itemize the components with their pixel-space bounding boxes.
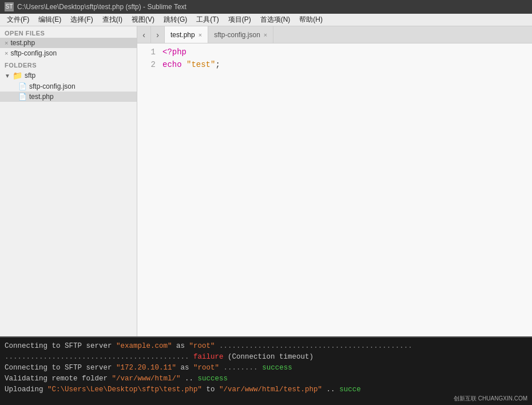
editor: ‹ › test.php × sftp-config.json × 1 2 <?… xyxy=(137,26,532,336)
sidebar: OPEN FILES × test.php × sftp-config.json… xyxy=(0,26,137,336)
tab-prev-btn[interactable]: ‹ xyxy=(137,26,151,43)
menu-item[interactable]: 视图(V) xyxy=(127,14,159,26)
console-line-2: Connecting to SFTP server "172.20.10.11"… xyxy=(5,363,527,374)
menu-item[interactable]: 选择(F) xyxy=(66,14,97,26)
code-line-2: echo "test"; xyxy=(162,58,532,71)
console-part: ........................................… xyxy=(215,342,412,350)
console-part: as xyxy=(176,364,193,372)
code-area: 1 2 <?php echo "test"; xyxy=(137,43,532,336)
watermark: 创新互联 CHUANGXIN.COM xyxy=(454,395,527,403)
console-part: Validating remote folder xyxy=(5,375,112,383)
menu-item[interactable]: 帮助(H) xyxy=(295,14,327,26)
console-line-4: Uploading "C:\Users\Lee\Desktop\sftp\tes… xyxy=(5,384,527,395)
console-line-0: Connecting to SFTP server "example.com" … xyxy=(5,341,527,352)
console-part: to xyxy=(202,386,219,394)
folders-label: FOLDERS xyxy=(0,58,137,70)
console-part: "/var/www/html/test.php" xyxy=(219,386,322,394)
line-numbers: 1 2 xyxy=(137,46,160,334)
title-bar: ST C:\Users\Lee\Desktop\sftp\test.php (s… xyxy=(0,0,532,14)
tab-1-close[interactable]: × xyxy=(264,31,267,38)
close-icon-1[interactable]: × xyxy=(5,50,8,57)
tree-filename-1: test.php xyxy=(29,93,54,101)
console-part: "root" xyxy=(189,342,215,350)
code-lines[interactable]: <?php echo "test"; xyxy=(160,46,532,334)
triangle-icon: ▼ xyxy=(5,73,10,79)
console-part: Connecting to SFTP server xyxy=(5,342,116,350)
sidebar-open-file-1[interactable]: × sftp-config.json xyxy=(0,48,137,58)
open-files-label: OPEN FILES xyxy=(0,26,137,38)
tab-0-label: test.php xyxy=(170,31,195,39)
console-part: succe xyxy=(339,386,361,394)
console-part: failure xyxy=(193,353,224,361)
tab-next-btn[interactable]: › xyxy=(151,26,165,43)
title-text: C:\Users\Lee\Desktop\sftp\test.php (sftp… xyxy=(17,3,186,11)
console-part: "root" xyxy=(193,364,219,372)
console: Connecting to SFTP server "example.com" … xyxy=(0,336,532,405)
file-icon-1: 📄 xyxy=(18,93,27,101)
line-num-2: 2 xyxy=(151,60,156,69)
menu-item[interactable]: 首选项(N) xyxy=(256,14,295,26)
tab-1-label: sftp-config.json xyxy=(214,31,260,39)
code-line-1: <?php xyxy=(162,46,532,58)
menu-item[interactable]: 工具(T) xyxy=(192,14,223,26)
console-part: "/var/www/html/" xyxy=(112,375,181,383)
console-part: Connecting to SFTP server xyxy=(5,364,116,372)
tab-0-close[interactable]: × xyxy=(198,31,202,38)
console-line-1: ........................................… xyxy=(5,352,527,363)
menu-item[interactable]: 文件(F) xyxy=(2,14,34,26)
watermark-text: 创新互联 CHUANGXIN.COM xyxy=(454,395,527,402)
tab-0[interactable]: test.php × xyxy=(165,26,208,43)
sidebar-open-filename-1: sftp-config.json xyxy=(10,49,57,57)
sidebar-open-file-0[interactable]: × test.php xyxy=(0,38,137,48)
console-part: ........ xyxy=(219,364,262,372)
tree-file-1[interactable]: 📄 test.php xyxy=(0,92,137,102)
console-part: success xyxy=(262,364,292,372)
tree-file-0[interactable]: 📄 sftp-config.json xyxy=(0,81,137,92)
line-num-1: 1 xyxy=(151,47,156,57)
main-layout: OPEN FILES × test.php × sftp-config.json… xyxy=(0,26,532,336)
console-part: as xyxy=(172,342,189,350)
tab-bar: ‹ › test.php × sftp-config.json × xyxy=(137,26,532,43)
menu-item[interactable]: 跳转(G) xyxy=(159,14,192,26)
console-part: "C:\Users\Lee\Desktop\sftp\test.php" xyxy=(47,386,202,394)
menu-item[interactable]: 项目(P) xyxy=(224,14,256,26)
menu-item[interactable]: 编辑(E) xyxy=(34,14,66,26)
close-icon-0[interactable]: × xyxy=(5,39,8,46)
console-part: ........................................… xyxy=(5,353,193,361)
console-part: Uploading xyxy=(5,386,47,394)
tab-1[interactable]: sftp-config.json × xyxy=(208,26,273,43)
console-part: "172.20.10.11" xyxy=(116,364,176,372)
console-part: "example.com" xyxy=(116,342,172,350)
folder-icon: 📁 xyxy=(13,71,22,80)
menu-item[interactable]: 查找(I) xyxy=(98,14,127,26)
console-part: (Connection timeout) xyxy=(224,353,314,361)
console-part: .. xyxy=(181,375,198,383)
folder-name: sftp xyxy=(25,72,35,80)
menu-bar: 文件(F)编辑(E)选择(F)查找(I)视图(V)跳转(G)工具(T)项目(P)… xyxy=(0,14,532,26)
file-icon-0: 📄 xyxy=(18,82,27,90)
console-part: success xyxy=(198,375,228,383)
console-line-3: Validating remote folder "/var/www/html/… xyxy=(5,374,527,384)
console-part: .. xyxy=(322,386,339,394)
sidebar-folder[interactable]: ▼ 📁 sftp xyxy=(0,70,137,81)
app-icon: ST xyxy=(5,2,14,11)
sidebar-open-filename-0: test.php xyxy=(10,39,35,47)
tree-filename-0: sftp-config.json xyxy=(29,82,76,90)
